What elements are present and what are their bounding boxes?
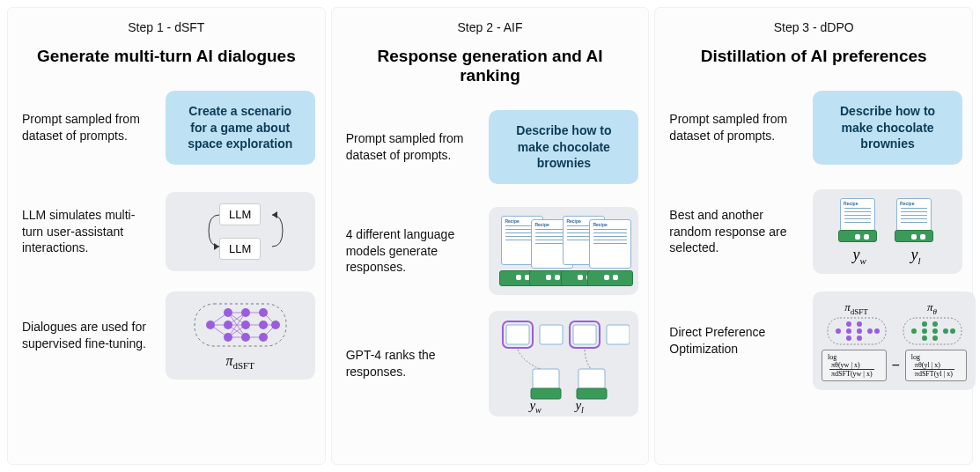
prompt-card: Describe how to make chocolate brownies	[813, 91, 962, 166]
svg-point-29	[259, 321, 268, 329]
svg-marker-1	[272, 211, 277, 218]
column-aif: Step 2 - AIF Response generation and AI …	[331, 7, 650, 465]
row-desc: GPT-4 ranks the responses.	[346, 347, 479, 380]
svg-point-57	[932, 321, 938, 327]
svg-point-48	[857, 328, 862, 334]
column-dsft: Step 1 - dSFT Generate multi-turn AI dia…	[7, 7, 326, 465]
svg-point-28	[259, 308, 268, 317]
prompt-card: Describe how to make chocolate brownies	[489, 110, 638, 185]
svg-point-21	[206, 321, 215, 329]
log-ratio-yw: log πθ(yw | x) πdSFT(yw | x)	[822, 350, 886, 381]
svg-point-54	[922, 321, 927, 327]
svg-point-22	[224, 308, 232, 317]
svg-point-31	[271, 321, 280, 329]
dpo-equations: log πθ(yw | x) πdSFT(yw | x) − log πθ(yl…	[822, 350, 967, 381]
svg-point-27	[241, 333, 250, 342]
svg-point-45	[846, 328, 851, 334]
svg-point-59	[932, 336, 938, 341]
svg-point-23	[224, 321, 232, 329]
svg-point-49	[857, 336, 862, 341]
svg-point-46	[846, 336, 851, 341]
svg-point-55	[922, 328, 927, 334]
svg-rect-38	[533, 369, 559, 390]
svg-rect-34	[540, 325, 563, 344]
svg-rect-37	[607, 325, 630, 344]
svg-point-58	[932, 328, 938, 334]
svg-point-44	[846, 321, 851, 327]
pi-dsft-net: πdSFT	[826, 300, 888, 346]
svg-rect-40	[578, 369, 605, 390]
four-models-icon	[489, 207, 638, 295]
network-icon	[188, 300, 293, 350]
column-heading: Response generation and AI ranking	[346, 47, 635, 85]
row-desc: 4 different language models generate res…	[346, 226, 479, 277]
svg-point-60	[943, 328, 948, 334]
svg-rect-32	[506, 325, 529, 344]
log-ratio-yl: log πθ(yl | x) πdSFT(yl | x)	[905, 350, 967, 381]
row-desc: Best and another random response are sel…	[669, 207, 802, 257]
svg-point-51	[874, 328, 880, 334]
yw-card: yw	[840, 198, 879, 266]
svg-point-53	[911, 328, 917, 334]
loop-arrows-icon	[193, 199, 298, 261]
row-desc: Direct Preference Optimization	[669, 324, 802, 358]
yw-label: yw	[529, 398, 541, 415]
svg-point-30	[259, 333, 268, 342]
step-label: Step 2 - AIF	[346, 20, 635, 34]
svg-point-25	[241, 308, 250, 317]
rank-graph-icon	[497, 320, 630, 408]
row-select: Best and another random response are sel…	[669, 188, 958, 276]
row-prompt: Prompt sampled from dataset of prompts. …	[669, 84, 958, 172]
yl-card: yl	[896, 198, 935, 266]
row-rank: GPT-4 ranks the responses.	[346, 311, 635, 417]
row-desc: LLM simulates multi-turn user-assistant …	[22, 207, 155, 257]
column-heading: Distillation of AI preferences	[669, 47, 958, 66]
svg-point-50	[867, 328, 873, 334]
pi-dsft-label: πdSFT	[225, 353, 254, 371]
svg-point-24	[224, 333, 232, 342]
svg-point-26	[241, 321, 250, 329]
svg-point-56	[922, 336, 927, 341]
pair-icon: yw yl	[813, 189, 962, 275]
column-heading: Generate multi-turn AI dialogues	[22, 47, 311, 66]
row-sft: Dialogues are used for supervised fine-t…	[22, 291, 311, 380]
row-desc: Prompt sampled from dataset of prompts.	[22, 111, 155, 144]
row-dpo: Direct Preference Optimization πdSFT πθ	[669, 291, 958, 390]
svg-point-43	[836, 328, 841, 334]
svg-marker-0	[214, 243, 219, 250]
yl-label: yl	[575, 398, 583, 415]
column-ddpo: Step 3 - dDPO Distillation of AI prefere…	[654, 7, 973, 465]
step-label: Step 3 - dDPO	[669, 20, 958, 34]
row-generate: 4 different language models generate res…	[346, 207, 635, 295]
dpo-icon: πdSFT πθ log	[813, 291, 976, 390]
row-llm: LLM simulates multi-turn user-assistant …	[22, 188, 311, 276]
row-desc: Prompt sampled from dataset of prompts.	[669, 111, 802, 144]
neural-net-icon: πdSFT	[166, 291, 315, 380]
pi-theta-net: πθ	[902, 300, 963, 346]
row-desc: Prompt sampled from dataset of prompts.	[346, 130, 479, 164]
llm-loop-icon: LLM LLM	[166, 192, 315, 271]
row-prompt: Prompt sampled from dataset of prompts. …	[346, 103, 635, 191]
svg-point-61	[950, 328, 955, 334]
row-desc: Dialogues are used for supervised fine-t…	[22, 319, 155, 352]
step-label: Step 1 - dSFT	[22, 20, 311, 34]
prompt-card: Create a scenario for a game about space…	[166, 91, 315, 166]
row-prompt: Prompt sampled from dataset of prompts. …	[22, 84, 311, 172]
ranking-icon: yw yl	[489, 311, 638, 417]
svg-point-47	[857, 321, 862, 327]
svg-rect-35	[573, 325, 596, 344]
